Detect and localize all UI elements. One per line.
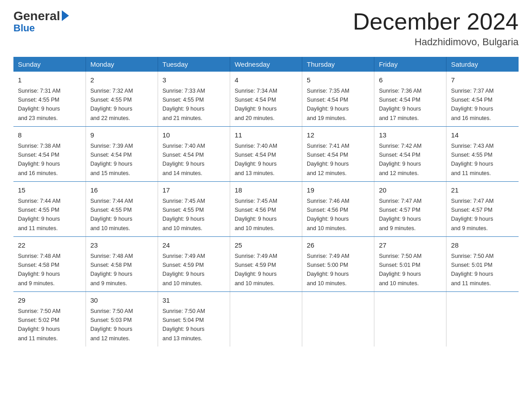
calendar-cell: 29 Sunrise: 7:50 AMSunset: 5:02 PMDaylig…: [13, 292, 86, 347]
cell-info: Sunrise: 7:47 AMSunset: 4:57 PMDaylight:…: [379, 198, 421, 231]
header-thursday: Thursday: [302, 57, 374, 72]
day-number: 6: [379, 75, 442, 86]
day-number: 30: [90, 295, 153, 306]
calendar-cell: 22 Sunrise: 7:48 AMSunset: 4:58 PMDaylig…: [13, 237, 86, 292]
logo-blue-text: Blue: [13, 22, 35, 34]
calendar-cell: 26 Sunrise: 7:49 AMSunset: 5:00 PMDaylig…: [302, 237, 374, 292]
cell-info: Sunrise: 7:50 AMSunset: 5:03 PMDaylight:…: [90, 308, 133, 342]
calendar-week-row: 8 Sunrise: 7:38 AMSunset: 4:54 PMDayligh…: [13, 127, 519, 182]
header-sunday: Sunday: [13, 57, 86, 72]
cell-info: Sunrise: 7:40 AMSunset: 4:54 PMDaylight:…: [235, 143, 277, 176]
day-number: 26: [307, 240, 369, 251]
header-saturday: Saturday: [446, 57, 519, 72]
cell-info: Sunrise: 7:48 AMSunset: 4:58 PMDaylight:…: [18, 253, 60, 287]
cell-info: Sunrise: 7:40 AMSunset: 4:54 PMDaylight:…: [163, 143, 205, 176]
cell-info: Sunrise: 7:50 AMSunset: 5:04 PMDaylight:…: [163, 308, 205, 342]
cell-info: Sunrise: 7:41 AMSunset: 4:54 PMDaylight:…: [307, 143, 349, 176]
calendar-cell: 24 Sunrise: 7:49 AMSunset: 4:59 PMDaylig…: [158, 237, 230, 292]
page-header: General Blue December 2024 Hadzhidimovo,…: [13, 9, 519, 48]
cell-info: Sunrise: 7:48 AMSunset: 4:58 PMDaylight:…: [90, 253, 133, 287]
day-number: 31: [163, 295, 225, 306]
calendar-cell: 5 Sunrise: 7:35 AMSunset: 4:54 PMDayligh…: [302, 72, 374, 127]
day-number: 27: [379, 240, 442, 251]
day-number: 10: [163, 130, 225, 141]
day-number: 5: [307, 75, 369, 86]
calendar-cell: 9 Sunrise: 7:39 AMSunset: 4:54 PMDayligh…: [86, 127, 158, 182]
calendar-cell: 12 Sunrise: 7:41 AMSunset: 4:54 PMDaylig…: [302, 127, 374, 182]
day-number: 2: [90, 75, 153, 86]
day-number: 23: [90, 240, 153, 251]
day-number: 17: [163, 185, 225, 196]
calendar-cell: 31 Sunrise: 7:50 AMSunset: 5:04 PMDaylig…: [158, 292, 230, 347]
header-wednesday: Wednesday: [230, 57, 302, 72]
calendar-week-row: 22 Sunrise: 7:48 AMSunset: 4:58 PMDaylig…: [13, 237, 519, 292]
cell-info: Sunrise: 7:38 AMSunset: 4:54 PMDaylight:…: [18, 143, 60, 176]
day-number: 16: [90, 185, 153, 196]
day-number: 21: [451, 185, 514, 196]
day-number: 15: [18, 185, 81, 196]
day-number: 13: [379, 130, 442, 141]
day-number: 25: [235, 240, 297, 251]
day-number: 19: [307, 185, 369, 196]
cell-info: Sunrise: 7:37 AMSunset: 4:54 PMDaylight:…: [451, 88, 493, 121]
day-number: 4: [235, 75, 297, 86]
calendar-cell: 25 Sunrise: 7:49 AMSunset: 4:59 PMDaylig…: [230, 237, 302, 292]
cell-info: Sunrise: 7:35 AMSunset: 4:54 PMDaylight:…: [307, 88, 349, 121]
header-monday: Monday: [86, 57, 158, 72]
cell-info: Sunrise: 7:50 AMSunset: 5:01 PMDaylight:…: [379, 253, 421, 287]
cell-info: Sunrise: 7:44 AMSunset: 4:55 PMDaylight:…: [90, 198, 133, 231]
cell-info: Sunrise: 7:46 AMSunset: 4:56 PMDaylight:…: [307, 198, 349, 231]
calendar-table: SundayMondayTuesdayWednesdayThursdayFrid…: [13, 57, 519, 347]
cell-info: Sunrise: 7:49 AMSunset: 5:00 PMDaylight:…: [307, 253, 349, 287]
calendar-cell: 21 Sunrise: 7:47 AMSunset: 4:57 PMDaylig…: [446, 182, 519, 237]
calendar-cell: 15 Sunrise: 7:44 AMSunset: 4:55 PMDaylig…: [13, 182, 86, 237]
title-block: December 2024 Hadzhidimovo, Bulgaria: [353, 9, 519, 48]
cell-info: Sunrise: 7:39 AMSunset: 4:54 PMDaylight:…: [90, 143, 133, 176]
calendar-cell: 11 Sunrise: 7:40 AMSunset: 4:54 PMDaylig…: [230, 127, 302, 182]
cell-info: Sunrise: 7:43 AMSunset: 4:55 PMDaylight:…: [451, 143, 493, 176]
logo-general-text: General: [13, 9, 60, 23]
day-number: 9: [90, 130, 153, 141]
calendar-header-row: SundayMondayTuesdayWednesdayThursdayFrid…: [13, 57, 519, 72]
month-title: December 2024: [353, 9, 519, 34]
calendar-cell: 27 Sunrise: 7:50 AMSunset: 5:01 PMDaylig…: [374, 237, 446, 292]
location-title: Hadzhidimovo, Bulgaria: [353, 36, 519, 48]
calendar-cell: 10 Sunrise: 7:40 AMSunset: 4:54 PMDaylig…: [158, 127, 230, 182]
calendar-cell: 3 Sunrise: 7:33 AMSunset: 4:55 PMDayligh…: [158, 72, 230, 127]
day-number: 24: [163, 240, 225, 251]
cell-info: Sunrise: 7:33 AMSunset: 4:55 PMDaylight:…: [163, 88, 205, 121]
calendar-week-row: 29 Sunrise: 7:50 AMSunset: 5:02 PMDaylig…: [13, 292, 519, 347]
calendar-cell: 20 Sunrise: 7:47 AMSunset: 4:57 PMDaylig…: [374, 182, 446, 237]
cell-info: Sunrise: 7:31 AMSunset: 4:55 PMDaylight:…: [18, 88, 60, 121]
header-friday: Friday: [374, 57, 446, 72]
calendar-cell: 23 Sunrise: 7:48 AMSunset: 4:58 PMDaylig…: [86, 237, 158, 292]
day-number: 28: [451, 240, 514, 251]
cell-info: Sunrise: 7:32 AMSunset: 4:55 PMDaylight:…: [90, 88, 133, 121]
calendar-cell: 13 Sunrise: 7:42 AMSunset: 4:54 PMDaylig…: [374, 127, 446, 182]
cell-info: Sunrise: 7:36 AMSunset: 4:54 PMDaylight:…: [379, 88, 421, 121]
cell-info: Sunrise: 7:44 AMSunset: 4:55 PMDaylight:…: [18, 198, 60, 231]
day-number: 29: [18, 295, 81, 306]
calendar-cell: [230, 292, 302, 347]
calendar-cell: 8 Sunrise: 7:38 AMSunset: 4:54 PMDayligh…: [13, 127, 86, 182]
cell-info: Sunrise: 7:47 AMSunset: 4:57 PMDaylight:…: [451, 198, 493, 231]
day-number: 14: [451, 130, 514, 141]
day-number: 12: [307, 130, 369, 141]
calendar-cell: 14 Sunrise: 7:43 AMSunset: 4:55 PMDaylig…: [446, 127, 519, 182]
logo-arrow-icon: [62, 10, 69, 21]
calendar-cell: 6 Sunrise: 7:36 AMSunset: 4:54 PMDayligh…: [374, 72, 446, 127]
calendar-cell: 1 Sunrise: 7:31 AMSunset: 4:55 PMDayligh…: [13, 72, 86, 127]
calendar-cell: [446, 292, 519, 347]
cell-info: Sunrise: 7:50 AMSunset: 5:01 PMDaylight:…: [451, 253, 493, 287]
day-number: 20: [379, 185, 442, 196]
calendar-cell: 30 Sunrise: 7:50 AMSunset: 5:03 PMDaylig…: [86, 292, 158, 347]
cell-info: Sunrise: 7:50 AMSunset: 5:02 PMDaylight:…: [18, 308, 60, 342]
calendar-week-row: 15 Sunrise: 7:44 AMSunset: 4:55 PMDaylig…: [13, 182, 519, 237]
cell-info: Sunrise: 7:45 AMSunset: 4:55 PMDaylight:…: [163, 198, 205, 231]
calendar-cell: 19 Sunrise: 7:46 AMSunset: 4:56 PMDaylig…: [302, 182, 374, 237]
cell-info: Sunrise: 7:49 AMSunset: 4:59 PMDaylight:…: [163, 253, 205, 287]
calendar-cell: 7 Sunrise: 7:37 AMSunset: 4:54 PMDayligh…: [446, 72, 519, 127]
day-number: 7: [451, 75, 514, 86]
day-number: 11: [235, 130, 297, 141]
calendar-cell: 17 Sunrise: 7:45 AMSunset: 4:55 PMDaylig…: [158, 182, 230, 237]
